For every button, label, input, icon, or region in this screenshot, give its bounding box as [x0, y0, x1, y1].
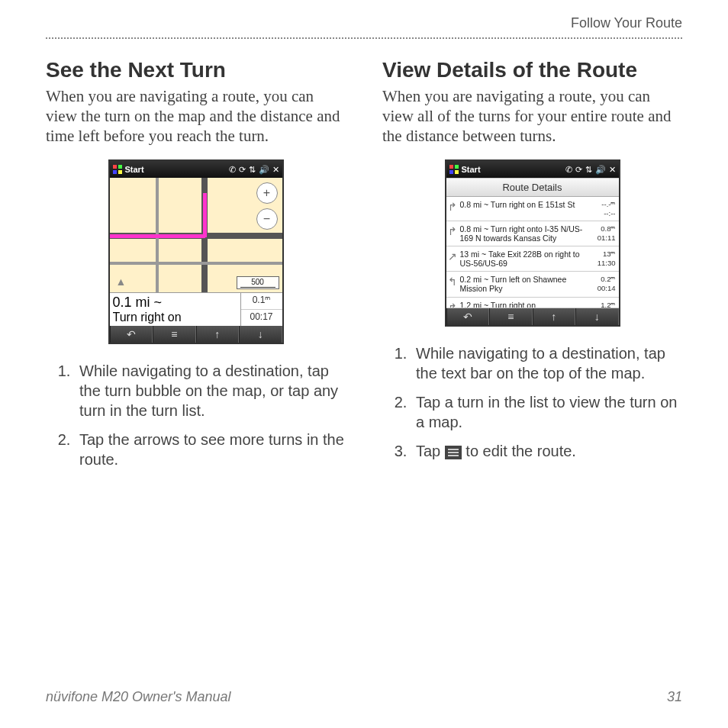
route-row-text: 0.2 mi ~ Turn left on Shawnee Mission Pk… [460, 275, 590, 293]
back-button[interactable]: ↶ [110, 326, 153, 343]
content-columns: See the Next Turn When you are navigatin… [46, 57, 682, 478]
volume-icon: 🔊 [595, 165, 606, 175]
turn-arrow-icon: ↗ [448, 250, 460, 268]
zoom-out-button[interactable]: − [256, 208, 278, 230]
start-label: Start [125, 165, 144, 174]
phone-icon: ✆ [565, 165, 572, 175]
left-column: See the Next Turn When you are navigatin… [46, 57, 346, 478]
up-button[interactable]: ↑ [533, 308, 576, 325]
breadcrumb: Follow Your Route [46, 15, 682, 37]
mini-time: 00:17 [241, 310, 282, 326]
intro-left: When you are navigating a route, you can… [46, 86, 346, 147]
device-titlebar: Start ✆ ⟳ ⇅ 🔊 ✕ [110, 161, 282, 178]
route-row-text: 0.8 mi ~ Turn right onto I-35 N/US-169 N… [460, 224, 590, 243]
menu-button[interactable]: ≡ [489, 308, 533, 325]
route-row[interactable]: ↱ 0.8 mi ~ Turn right onto I-35 N/US-169… [446, 221, 619, 246]
device-bottombar: ↶ ≡ ↑ ↓ [110, 326, 282, 343]
down-button[interactable]: ↓ [239, 326, 282, 343]
intro-right: When you are navigating a route, you can… [382, 86, 682, 147]
close-icon: ✕ [272, 165, 279, 175]
steps-right: While navigating to a destination, tap t… [382, 343, 682, 461]
turn-arrow-icon: ↱ [448, 301, 460, 304]
menu-button[interactable]: ≡ [153, 326, 196, 343]
turn-distance: 0.1 mi ~ [113, 295, 237, 311]
back-button[interactable]: ↶ [446, 308, 490, 325]
step: While navigating to a destination, tap t… [75, 361, 346, 420]
menu-icon [445, 446, 462, 459]
device-screenshot-route-details: Start ✆ ⟳ ⇅ 🔊 ✕ Route Details ↱ 0.8 mi ~… [445, 159, 620, 326]
right-column: View Details of the Route When you are n… [382, 57, 682, 478]
signal-icon: ⇅ [585, 165, 592, 175]
route-row[interactable]: ↱ 1.2 mi ~ Turn right on 1.2ᵐ [446, 298, 619, 308]
turn-instruction: Turn right on [113, 311, 237, 324]
scale-indicator: 500 [237, 276, 279, 289]
step: Tap a turn in the list to view the turn … [411, 392, 682, 432]
phone-icon: ✆ [229, 165, 236, 175]
turn-arrow-icon: ↰ [448, 275, 460, 293]
signal-icon: ⇅ [249, 165, 256, 175]
manual-title: nüvifone M20 Owner's Manual [46, 689, 231, 705]
sync-icon: ⟳ [239, 165, 246, 175]
footer: nüvifone M20 Owner's Manual 31 [46, 689, 682, 705]
turn-arrow-icon: ↱ [448, 200, 460, 217]
map-area: + − ▲ 500 [110, 178, 282, 292]
up-button[interactable]: ↑ [196, 326, 240, 343]
volume-icon: 🔊 [259, 165, 269, 175]
route-row[interactable]: ↗ 13 mi ~ Take Exit 228B on right to US-… [446, 246, 619, 272]
route-row[interactable]: ↰ 0.2 mi ~ Turn left on Shawnee Mission … [446, 272, 619, 297]
windows-logo-icon [449, 165, 459, 174]
step: Tap to edit the route. [411, 441, 682, 461]
start-label: Start [462, 165, 481, 174]
turn-panel: 0.1 mi ~ Turn right on 0.1ᵐ 00:17 [110, 292, 282, 326]
route-row-text: 0.8 mi ~ Turn right on E 151st St [460, 200, 590, 217]
step: While navigating to a destination, tap t… [411, 343, 682, 383]
route-row[interactable]: ↱ 0.8 mi ~ Turn right on E 151st St --.-… [446, 197, 619, 221]
compass-icon: ▲ [116, 275, 127, 288]
heading-left: See the Next Turn [46, 57, 346, 83]
route-row-text: 13 mi ~ Take Exit 228B on right to US-56… [460, 250, 590, 268]
device-bottombar: ↶ ≡ ↑ ↓ [446, 308, 619, 325]
sync-icon: ⟳ [575, 165, 582, 175]
route-row-text: 1.2 mi ~ Turn right on [460, 301, 590, 304]
close-icon: ✕ [609, 165, 616, 175]
device-screenshot-next-turn: Start ✆ ⟳ ⇅ 🔊 ✕ + − ▲ 500 [108, 159, 284, 344]
heading-right: View Details of the Route [382, 57, 682, 83]
route-details-title: Route Details [446, 178, 619, 197]
header-rule [46, 37, 682, 39]
down-button[interactable]: ↓ [575, 308, 619, 325]
page-number: 31 [667, 689, 682, 705]
windows-logo-icon [113, 165, 122, 174]
device-titlebar: Start ✆ ⟳ ⇅ 🔊 ✕ [446, 161, 619, 178]
mini-distance: 0.1ᵐ [241, 293, 282, 310]
turn-arrow-icon: ↱ [448, 224, 460, 243]
zoom-in-button[interactable]: + [256, 182, 278, 204]
step: Tap the arrows to see more turns in the … [75, 430, 346, 469]
steps-left: While navigating to a destination, tap t… [46, 361, 346, 469]
route-details-list: ↱ 0.8 mi ~ Turn right on E 151st St --.-… [446, 197, 619, 308]
